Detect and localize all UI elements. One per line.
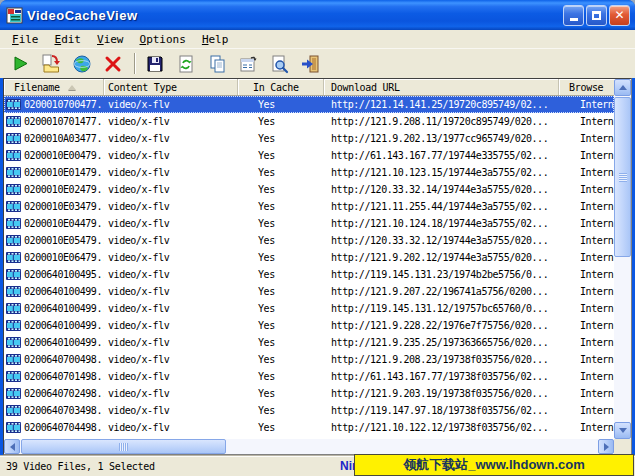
film-strip-icon — [6, 388, 21, 399]
cell-in-cache: Yes — [238, 215, 324, 232]
cell-filename: 0200640100499... — [4, 300, 104, 317]
cell-in-cache: Yes — [238, 300, 324, 317]
cell-filename: 0200640100499... — [4, 283, 104, 300]
cell-in-cache: Yes — [238, 249, 324, 266]
horizontal-scrollbar[interactable] — [4, 439, 614, 454]
properties-button[interactable] — [236, 52, 260, 76]
cell-in-cache: Yes — [238, 198, 324, 215]
cell-download-url: http://121.9.228.22/1976e7f75756/020... — [324, 317, 559, 334]
menu-edit[interactable]: Edit — [47, 32, 90, 47]
table-row[interactable]: 0200010700477... video/x-flv Yes http://… — [4, 96, 614, 113]
film-strip-icon — [6, 167, 21, 178]
cell-filename: 0200010E05479... — [4, 232, 104, 249]
cell-in-cache: Yes — [238, 334, 324, 351]
table-row[interactable]: 0200640100499... video/x-flv Yes http://… — [4, 334, 614, 351]
film-strip-icon — [6, 116, 21, 127]
table-row[interactable]: 0200010E03479... video/x-flv Yes http://… — [4, 198, 614, 215]
scroll-right-button[interactable] — [598, 439, 614, 454]
cell-filename: 0200010A03477... — [4, 130, 104, 147]
table-row[interactable]: 0200640100495... video/x-flv Yes http://… — [4, 266, 614, 283]
save-button[interactable] — [143, 52, 167, 76]
delete-button[interactable] — [101, 52, 125, 76]
menu-options[interactable]: Options — [132, 32, 194, 47]
toolbar — [0, 48, 635, 78]
maximize-button[interactable] — [586, 5, 607, 26]
film-strip-icon — [6, 133, 21, 144]
cell-filename: 0200640701498... — [4, 368, 104, 385]
cell-in-cache: Yes — [238, 232, 324, 249]
table-row[interactable]: 0200640704498... video/x-flv Yes http://… — [4, 419, 614, 436]
scrollbar-corner — [614, 439, 631, 454]
cell-browser: Intern — [559, 283, 614, 300]
cell-filename: 0200010E01479... — [4, 164, 104, 181]
close-button[interactable]: ✕ — [609, 5, 630, 26]
cell-download-url: http://120.33.32.14/19744e3a5755/020... — [324, 181, 559, 198]
scroll-left-button[interactable] — [4, 439, 20, 454]
cell-content-type: video/x-flv — [104, 300, 238, 317]
table-row[interactable]: 0200640703498... video/x-flv Yes http://… — [4, 402, 614, 419]
copy-button[interactable] — [205, 52, 229, 76]
cell-content-type: video/x-flv — [104, 385, 238, 402]
table-row[interactable]: 0200010E05479... video/x-flv Yes http://… — [4, 232, 614, 249]
cell-filename: 0200640700498... — [4, 351, 104, 368]
menu-bar: File Edit View Options Help — [0, 30, 635, 48]
table-row[interactable]: 0200640100499... video/x-flv Yes http://… — [4, 300, 614, 317]
scroll-down-button[interactable] — [614, 422, 631, 439]
column-header-download-url[interactable]: Download URL — [324, 79, 559, 95]
cell-content-type: video/x-flv — [104, 249, 238, 266]
properties-icon — [238, 54, 258, 74]
table-row[interactable]: 0200640100499... video/x-flv Yes http://… — [4, 283, 614, 300]
title-bar[interactable]: VideoCacheView ✕ — [0, 0, 635, 30]
menu-help[interactable]: Help — [194, 32, 237, 47]
scroll-up-button[interactable] — [614, 79, 631, 96]
cell-browser: Intern — [559, 402, 614, 419]
horizontal-scrollbar-thumb[interactable] — [21, 439, 226, 454]
column-header-in-cache[interactable]: In Cache — [238, 79, 324, 95]
cell-download-url: http://121.9.202.12/19744e3a5755/020... — [324, 249, 559, 266]
status-bar: 39 Video Files, 1 Selected NirSoft Freew… — [0, 455, 635, 476]
cell-filename: 0200010E06479... — [4, 249, 104, 266]
table-row[interactable]: 0200640100499... video/x-flv Yes http://… — [4, 317, 614, 334]
cell-content-type: video/x-flv — [104, 181, 238, 198]
vertical-scrollbar-thumb[interactable] — [614, 97, 631, 257]
cell-browser: Intern — [559, 164, 614, 181]
play-button[interactable] — [8, 52, 32, 76]
refresh-button[interactable] — [174, 52, 198, 76]
film-strip-icon — [6, 320, 21, 331]
table-row[interactable]: 0200640701498... video/x-flv Yes http://… — [4, 368, 614, 385]
copy-files-button[interactable] — [39, 52, 63, 76]
cell-filename: 0200010700477... — [4, 96, 104, 113]
column-header-filename[interactable]: Filename — [4, 79, 104, 95]
film-strip-icon — [6, 252, 21, 263]
film-strip-icon — [6, 269, 21, 280]
table-row[interactable]: 0200640700498... video/x-flv Yes http://… — [4, 351, 614, 368]
column-header-content-type[interactable]: Content Type — [104, 79, 238, 95]
cell-content-type: video/x-flv — [104, 402, 238, 419]
video-files-list: Filename Content Type In Cache Download … — [3, 78, 632, 455]
menu-view[interactable]: View — [89, 32, 132, 47]
copy-icon — [207, 54, 227, 74]
table-row[interactable]: 0200010E02479... video/x-flv Yes http://… — [4, 181, 614, 198]
cell-filename: 0200010E04479... — [4, 215, 104, 232]
table-row[interactable]: 0200010E06479... video/x-flv Yes http://… — [4, 249, 614, 266]
table-row[interactable]: 0200010701477... video/x-flv Yes http://… — [4, 113, 614, 130]
table-row[interactable]: 0200010E01479... video/x-flv Yes http://… — [4, 164, 614, 181]
film-strip-icon — [6, 201, 21, 212]
globe-button[interactable] — [70, 52, 94, 76]
play-icon — [11, 54, 30, 73]
cell-filename: 0200640704498... — [4, 419, 104, 436]
cell-download-url: http://121.9.202.13/1977cc965749/020... — [324, 130, 559, 147]
column-header-browser[interactable]: Browse — [559, 79, 614, 95]
cell-filename: 0200640702498... — [4, 385, 104, 402]
exit-button[interactable] — [298, 52, 322, 76]
cell-browser: Intern — [559, 215, 614, 232]
minimize-button[interactable] — [563, 5, 584, 26]
table-row[interactable]: 0200010E00479... video/x-flv Yes http://… — [4, 147, 614, 164]
table-row[interactable]: 0200010E04479... video/x-flv Yes http://… — [4, 215, 614, 232]
table-row[interactable]: 0200010A03477... video/x-flv Yes http://… — [4, 130, 614, 147]
table-row[interactable]: 0200640702498... video/x-flv Yes http://… — [4, 385, 614, 402]
find-button[interactable] — [267, 52, 291, 76]
vertical-scrollbar[interactable] — [614, 79, 631, 439]
menu-file[interactable]: File — [4, 32, 47, 47]
status-count-text: 39 Video Files, 1 Selected — [0, 461, 155, 472]
